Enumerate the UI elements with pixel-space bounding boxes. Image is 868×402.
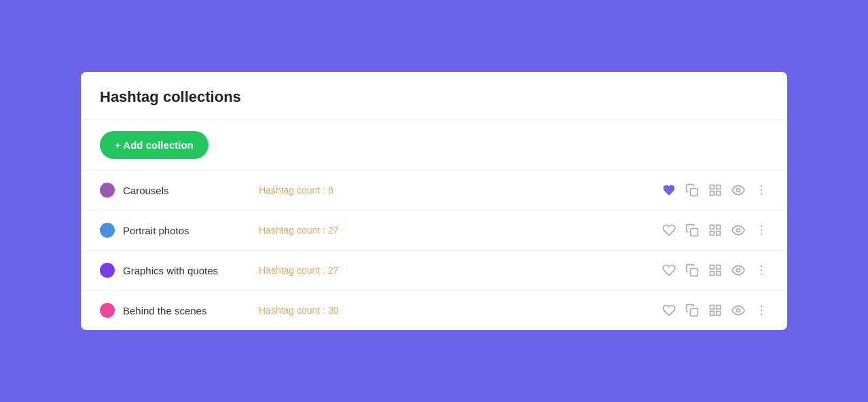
more-icon[interactable] — [755, 183, 768, 197]
svg-rect-27 — [691, 309, 698, 316]
svg-rect-20 — [717, 266, 721, 270]
favorite-icon[interactable] — [662, 223, 676, 237]
collection-row: Carousels Hashtag count : 8 — [81, 170, 787, 211]
svg-rect-29 — [717, 306, 721, 310]
copy-icon[interactable] — [685, 304, 699, 317]
more-icon[interactable] — [755, 263, 768, 277]
svg-rect-12 — [717, 232, 721, 236]
row-actions — [662, 223, 768, 237]
svg-point-6 — [761, 185, 763, 187]
collection-row: Behind the scenes Hashtag count : 30 — [81, 291, 787, 330]
copy-icon[interactable] — [685, 223, 699, 237]
svg-rect-9 — [691, 229, 698, 236]
collection-row: Graphics with quotes Hashtag count : 27 — [81, 251, 787, 291]
grid-icon[interactable] — [708, 183, 722, 197]
svg-point-33 — [761, 306, 763, 308]
favorite-icon[interactable] — [662, 183, 676, 197]
card-header: Hashtag collections — [81, 72, 787, 120]
svg-rect-0 — [691, 189, 698, 196]
collections-list: Carousels Hashtag count : 8 Portrait pho… — [81, 170, 787, 330]
hashtag-count: Hashtag count : 30 — [259, 305, 662, 316]
svg-rect-22 — [710, 272, 715, 276]
main-card: Hashtag collections + Add collection Car… — [81, 72, 787, 330]
add-collection-button[interactable]: + Add collection — [100, 131, 209, 159]
favorite-icon[interactable] — [662, 304, 676, 317]
svg-rect-13 — [710, 232, 715, 236]
collection-name: Portrait photos — [123, 225, 259, 236]
collection-color-dot — [100, 223, 115, 238]
row-actions — [662, 263, 768, 277]
card-toolbar: + Add collection — [81, 120, 787, 170]
eye-icon[interactable] — [731, 183, 745, 197]
collection-color-dot — [100, 183, 115, 198]
svg-point-32 — [737, 309, 740, 312]
svg-rect-2 — [717, 185, 721, 189]
eye-icon[interactable] — [731, 304, 745, 317]
svg-rect-3 — [717, 191, 721, 196]
collection-name: Behind the scenes — [123, 305, 259, 316]
copy-icon[interactable] — [685, 263, 699, 277]
svg-rect-18 — [691, 269, 698, 276]
more-icon[interactable] — [755, 223, 768, 237]
svg-rect-10 — [710, 225, 715, 230]
svg-point-23 — [737, 269, 740, 272]
svg-rect-30 — [717, 312, 721, 316]
svg-rect-4 — [710, 191, 715, 196]
svg-rect-28 — [710, 306, 715, 310]
svg-rect-19 — [710, 266, 715, 270]
collection-name: Graphics with quotes — [123, 265, 259, 276]
grid-icon[interactable] — [708, 223, 722, 237]
collection-color-dot — [100, 263, 115, 278]
hashtag-count: Hashtag count : 27 — [259, 265, 662, 276]
collection-color-dot — [100, 303, 115, 318]
row-actions — [662, 304, 768, 317]
favorite-icon[interactable] — [662, 263, 676, 277]
svg-point-15 — [761, 225, 763, 227]
eye-icon[interactable] — [731, 223, 745, 237]
hashtag-count: Hashtag count : 27 — [259, 225, 662, 236]
svg-point-5 — [737, 189, 740, 192]
svg-point-24 — [761, 266, 763, 268]
eye-icon[interactable] — [731, 263, 745, 277]
svg-point-14 — [737, 229, 740, 232]
grid-icon[interactable] — [708, 263, 722, 277]
svg-point-17 — [761, 234, 763, 236]
copy-icon[interactable] — [685, 183, 699, 197]
row-actions — [662, 183, 768, 197]
svg-rect-1 — [710, 185, 715, 189]
collection-row: Portrait photos Hashtag count : 27 — [81, 211, 787, 251]
svg-rect-11 — [717, 225, 721, 230]
collection-name: Carousels — [123, 185, 259, 196]
page-title: Hashtag collections — [100, 88, 768, 106]
hashtag-count: Hashtag count : 8 — [259, 185, 662, 196]
svg-rect-31 — [710, 312, 715, 316]
svg-point-16 — [761, 230, 763, 232]
svg-point-35 — [761, 314, 763, 316]
grid-icon[interactable] — [708, 304, 722, 317]
more-icon[interactable] — [755, 304, 768, 317]
svg-point-25 — [761, 270, 763, 272]
svg-point-34 — [761, 310, 763, 312]
svg-point-8 — [761, 194, 763, 196]
svg-point-26 — [761, 274, 763, 276]
svg-point-7 — [761, 189, 763, 191]
svg-rect-21 — [717, 272, 721, 276]
